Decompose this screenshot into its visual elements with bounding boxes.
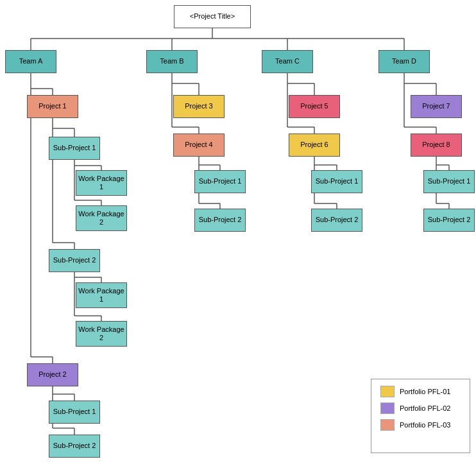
project-1: Project 1 bbox=[27, 95, 78, 118]
a-sp2-work-package-2: Work Package 2 bbox=[76, 321, 127, 347]
c-sub-project-1: Sub-Project 1 bbox=[311, 170, 362, 193]
d-sub-project-1: Sub-Project 1 bbox=[423, 170, 475, 193]
a-sub-project-2: Sub-Project 2 bbox=[49, 249, 100, 272]
a-p2-sub-project-1: Sub-Project 1 bbox=[49, 401, 100, 424]
team-a: Team A bbox=[5, 50, 56, 73]
legend-color-1 bbox=[380, 386, 395, 397]
project-4: Project 4 bbox=[173, 134, 225, 157]
legend-label-2: Portfolio PFL-02 bbox=[400, 404, 450, 412]
legend-item-3: Portfolio PFL-03 bbox=[380, 419, 461, 431]
a-sp1-work-package-1: Work Package 1 bbox=[76, 170, 127, 196]
legend-color-3 bbox=[380, 419, 395, 431]
b-sub-project-1: Sub-Project 1 bbox=[194, 170, 246, 193]
b-sub-project-2: Sub-Project 2 bbox=[194, 209, 246, 232]
legend-color-2 bbox=[380, 402, 395, 414]
project-8: Project 8 bbox=[411, 134, 462, 157]
c-sub-project-2: Sub-Project 2 bbox=[311, 209, 362, 232]
project-title: <Project Title> bbox=[174, 5, 251, 28]
a-sub-project-1: Sub-Project 1 bbox=[49, 137, 100, 160]
legend: Portfolio PFL-01 Portfolio PFL-02 Portfo… bbox=[371, 379, 470, 453]
diagram: <Project Title> Team A Team B Team C Tea… bbox=[0, 0, 476, 466]
project-5: Project 5 bbox=[289, 95, 340, 118]
a-sp1-work-package-2: Work Package 2 bbox=[76, 205, 127, 231]
team-d: Team D bbox=[378, 50, 430, 73]
project-6: Project 6 bbox=[289, 134, 340, 157]
legend-label-3: Portfolio PFL-03 bbox=[400, 421, 450, 429]
a-sp2-work-package-1: Work Package 1 bbox=[76, 282, 127, 308]
d-sub-project-2: Sub-Project 2 bbox=[423, 209, 475, 232]
project-2: Project 2 bbox=[27, 363, 78, 386]
team-c: Team C bbox=[262, 50, 313, 73]
team-b: Team B bbox=[146, 50, 198, 73]
legend-label-1: Portfolio PFL-01 bbox=[400, 388, 450, 395]
project-3: Project 3 bbox=[173, 95, 225, 118]
project-7: Project 7 bbox=[411, 95, 462, 118]
legend-item-1: Portfolio PFL-01 bbox=[380, 386, 461, 397]
a-p2-sub-project-2: Sub-Project 2 bbox=[49, 435, 100, 458]
legend-item-2: Portfolio PFL-02 bbox=[380, 402, 461, 414]
